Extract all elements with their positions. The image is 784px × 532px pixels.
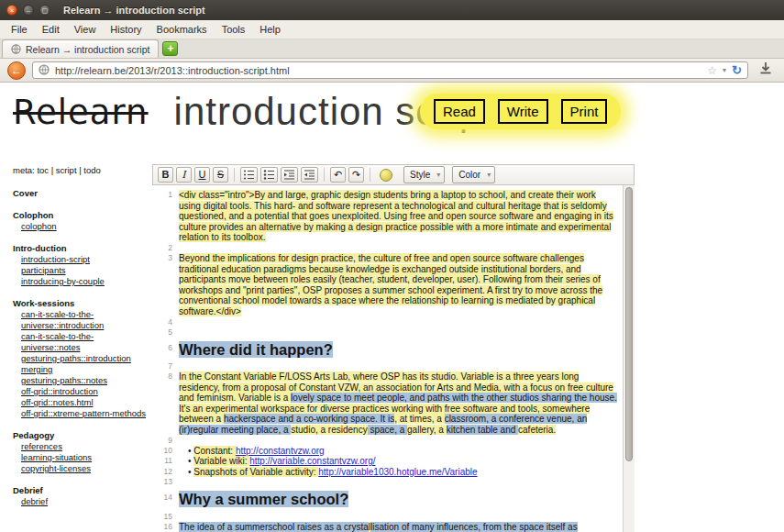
sidebar-section-title: Cover xyxy=(13,188,147,199)
url-dropdown-icon[interactable]: ▾ xyxy=(723,66,726,74)
scrollbar-thumb[interactable] xyxy=(625,187,633,461)
line-number: 9 xyxy=(152,436,179,446)
meta-link-todo[interactable]: todo xyxy=(83,165,101,175)
editor-line[interactable]: 15 xyxy=(152,512,623,522)
editor-line[interactable]: 6Where did it happen? xyxy=(152,338,623,361)
indent-icon[interactable] xyxy=(281,167,298,183)
meta-nav: meta: toc | script | todo xyxy=(13,165,101,175)
sidebar-item[interactable]: gesturing-paths::notes xyxy=(13,375,147,386)
editor-line[interactable]: 12• Snapshots of Variable activity: http… xyxy=(152,467,623,478)
menu-item-view[interactable]: View xyxy=(67,22,104,37)
sidebar-item[interactable]: learning-situations xyxy=(13,452,147,463)
sidebar-section: Colophoncolophon xyxy=(13,210,147,232)
menu-bar: FileEditViewHistoryBookmarksToolsHelp xyxy=(0,20,784,39)
text-segment: studio, a residency xyxy=(291,425,367,435)
underline-button[interactable]: U xyxy=(194,167,210,183)
sidebar-item[interactable]: copyright-licenses xyxy=(13,463,147,474)
sidebar-item[interactable]: off-grid::notes.html xyxy=(13,397,147,408)
editor-line[interactable]: 10• Constant: http://constantvzw.org xyxy=(152,446,623,457)
sidebar-item[interactable]: can-it-scale-to-the-universe::notes xyxy=(13,331,147,353)
menu-item-history[interactable]: History xyxy=(103,22,149,37)
text-segment: Where did it happen? xyxy=(179,341,333,358)
bold-button[interactable]: B xyxy=(158,167,173,183)
editor-line[interactable]: 14Why a summer school? xyxy=(152,487,623,511)
italic-button[interactable]: I xyxy=(176,167,192,183)
sidebar-section-title: Colophon xyxy=(13,210,147,221)
editor-line[interactable]: 5 xyxy=(152,327,623,338)
sidebar-item[interactable]: debrief xyxy=(13,496,147,507)
text-segment: Constant: xyxy=(193,446,236,456)
meta-link-toc[interactable]: toc xyxy=(37,165,49,175)
window-minimize-button[interactable]: – xyxy=(23,5,34,16)
style-select[interactable]: Style ▾ xyxy=(403,166,445,183)
ordered-list-icon[interactable] xyxy=(240,167,258,183)
editor-line[interactable]: 16The idea of a summerschool raises as a… xyxy=(152,522,623,532)
new-tab-button[interactable]: + xyxy=(162,41,178,56)
editor-line[interactable]: 9 xyxy=(152,436,623,446)
outdent-icon[interactable] xyxy=(301,167,318,183)
menu-item-tools[interactable]: Tools xyxy=(215,22,253,37)
editor-line[interactable]: 11• Variable wiki: http://variable.const… xyxy=(152,456,623,467)
editor-scrollbar[interactable] xyxy=(623,185,635,532)
text-segment: The idea of a summerschool raises as a c… xyxy=(179,522,369,532)
sidebar-item[interactable]: colophon xyxy=(13,221,147,232)
line-number: 8 xyxy=(152,371,179,436)
sidebar-item[interactable]: references xyxy=(13,441,147,452)
reload-icon[interactable]: ↻ xyxy=(732,63,742,77)
write-button[interactable]: Write xyxy=(498,99,548,124)
action-buttons: ReadWritePrint xyxy=(420,94,621,129)
window-maximize-button[interactable]: ◻ xyxy=(39,5,50,16)
color-select[interactable]: Color ▾ xyxy=(452,166,495,183)
redo-button[interactable]: ↷ xyxy=(348,167,364,183)
sidebar-item[interactable]: introducing-by-couple xyxy=(13,276,147,287)
editor-line[interactable]: 2 xyxy=(152,243,623,253)
author-colors-icon[interactable] xyxy=(380,169,392,182)
editor-lines[interactable]: 1<div class="intro">By and large, graphi… xyxy=(152,185,623,532)
page-content: Relearn introduction script ReadWritePri… xyxy=(0,83,784,532)
line-number: 5 xyxy=(152,327,179,338)
url-text[interactable]: http://relearn.be/2013/r/2013::introduct… xyxy=(55,65,701,76)
tab-relearn[interactable]: Relearn → introduction script xyxy=(2,39,159,58)
window-close-button[interactable]: × xyxy=(6,5,17,16)
sidebar-section-title: Pedagogy xyxy=(13,430,147,441)
text-segment: cafeteria. xyxy=(518,425,556,435)
sidebar-item[interactable]: off-grid::introduction xyxy=(13,386,147,397)
menu-item-help[interactable]: Help xyxy=(252,22,288,37)
menu-item-bookmarks[interactable]: Bookmarks xyxy=(149,22,215,37)
line-number: 16 xyxy=(152,522,179,532)
editor-line[interactable]: 8In the Constant Variable F/LOSS Arts La… xyxy=(152,371,623,436)
sidebar-item[interactable]: can-it-scale-to-the-universe::introducti… xyxy=(13,309,147,331)
editor-line[interactable]: 7 xyxy=(152,361,623,371)
sidebar-section: Intro-ductionintroduction-scriptparticip… xyxy=(13,243,147,287)
link[interactable]: http://variable.constantvzw.org/ xyxy=(249,456,375,466)
sidebar-item[interactable]: merging xyxy=(13,364,147,375)
line-number: 15 xyxy=(152,512,179,522)
site-logo[interactable]: Relearn xyxy=(13,93,149,132)
link[interactable]: http://constantvzw.org xyxy=(236,446,325,456)
read-button[interactable]: Read xyxy=(434,99,485,124)
print-button[interactable]: Print xyxy=(561,99,608,124)
download-icon[interactable] xyxy=(755,61,777,79)
unordered-list-icon[interactable] xyxy=(260,167,278,183)
link[interactable]: http://variable1030.hotglue.me/Variable xyxy=(318,467,477,477)
back-button[interactable]: ← xyxy=(7,61,26,80)
undo-button[interactable]: ↶ xyxy=(330,167,346,183)
browser-window: × – ◻ Relearn → introduction script File… xyxy=(0,0,784,532)
editor-line[interactable]: 13 xyxy=(152,477,623,487)
sidebar-item[interactable]: participants xyxy=(13,265,147,276)
editor-line[interactable]: 1<div class="intro">By and large, graphi… xyxy=(152,190,623,243)
menu-item-file[interactable]: File xyxy=(4,22,35,37)
menu-item-edit[interactable]: Edit xyxy=(35,22,67,37)
editor-line[interactable]: 3Beyond the implications for design prac… xyxy=(152,253,623,317)
sidebar-item[interactable]: introduction-script xyxy=(13,254,147,265)
sidebar-section: Work-sessionscan-it-scale-to-the-univers… xyxy=(13,298,147,419)
sidebar-item[interactable]: gesturing-paths::introduction xyxy=(13,353,147,364)
url-bar[interactable]: http://relearn.be/2013/r/2013::introduct… xyxy=(32,61,748,79)
bookmark-star-icon[interactable]: ☆ xyxy=(707,64,717,77)
sidebar-item[interactable]: off-grid::xtreme-pattern-methods xyxy=(13,408,147,419)
meta-link-script[interactable]: script xyxy=(56,165,77,175)
line-number: 3 xyxy=(152,253,179,317)
sidebar-sections: CoverColophoncolophonIntro-ductionintrod… xyxy=(13,188,147,518)
strikethrough-button[interactable]: S xyxy=(213,167,228,183)
editor-line[interactable]: 4 xyxy=(152,317,623,327)
